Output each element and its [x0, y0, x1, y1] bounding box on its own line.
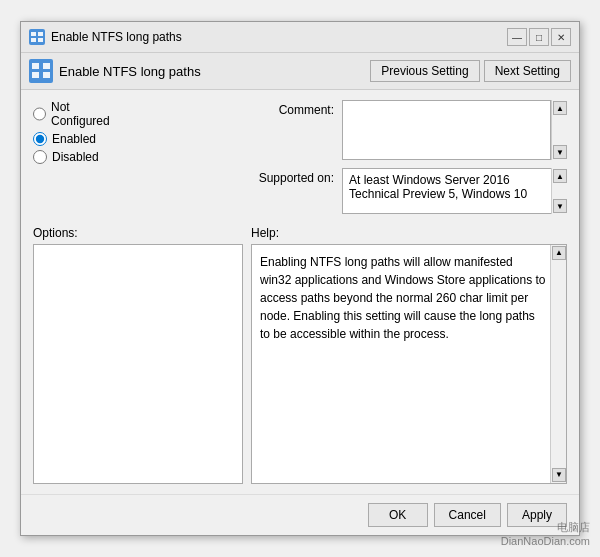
help-text: Enabling NTFS long paths will allow mani…	[260, 255, 546, 341]
disabled-radio[interactable]	[33, 150, 47, 164]
options-column: Options:	[33, 226, 243, 484]
help-scroll-up[interactable]: ▲	[552, 246, 566, 260]
supported-on-row: Supported on: At least Windows Server 20…	[252, 168, 567, 214]
supported-scrollbar: ▲ ▼	[551, 168, 567, 214]
options-box	[33, 244, 243, 484]
next-setting-button[interactable]: Next Setting	[484, 60, 571, 82]
disabled-label: Disabled	[52, 150, 99, 164]
help-box: Enabling NTFS long paths will allow mani…	[251, 244, 567, 484]
title-controls: — □ ✕	[507, 28, 571, 46]
comment-scrollbar: ▲ ▼	[551, 100, 567, 160]
header-icon	[29, 59, 53, 83]
header-bar: Enable NTFS long paths Previous Setting …	[21, 53, 579, 90]
help-header: Help:	[251, 226, 567, 240]
options-header: Options:	[33, 226, 243, 240]
enabled-label: Enabled	[52, 132, 96, 146]
header-title-row: Enable NTFS long paths	[29, 59, 201, 83]
right-panel: Comment: ▲ ▼ Supported on: At least	[252, 100, 567, 222]
help-scrollbar: ▲ ▼	[550, 245, 566, 483]
header-buttons: Previous Setting Next Setting	[370, 60, 571, 82]
svg-rect-6	[32, 72, 39, 78]
supported-on-label: Supported on:	[252, 168, 342, 185]
previous-setting-button[interactable]: Previous Setting	[370, 60, 479, 82]
enabled-radio[interactable]	[33, 132, 47, 146]
title-bar: Enable NTFS long paths — □ ✕	[21, 22, 579, 53]
enabled-option[interactable]: Enabled	[33, 132, 122, 146]
scroll-up-arrow[interactable]: ▲	[553, 101, 567, 115]
radio-group: Not Configured Enabled Disabled	[33, 100, 122, 214]
svg-rect-1	[38, 32, 43, 36]
supported-on-box: At least Windows Server 2016 Technical P…	[342, 168, 567, 214]
svg-rect-2	[31, 38, 36, 42]
main-window: Enable NTFS long paths — □ ✕ Enable NTFS…	[20, 21, 580, 536]
close-button[interactable]: ✕	[551, 28, 571, 46]
header-title: Enable NTFS long paths	[59, 64, 201, 79]
watermark-line2: DianNaoDian.com	[501, 535, 590, 547]
not-configured-radio[interactable]	[33, 107, 46, 121]
ok-button[interactable]: OK	[368, 503, 428, 527]
apply-button[interactable]: Apply	[507, 503, 567, 527]
supported-scroll-up[interactable]: ▲	[553, 169, 567, 183]
disabled-option[interactable]: Disabled	[33, 150, 122, 164]
window-title: Enable NTFS long paths	[51, 30, 182, 44]
two-col-section: Options: Help: Enabling NTFS long paths …	[33, 226, 567, 484]
scroll-down-arrow[interactable]: ▼	[553, 145, 567, 159]
supported-on-text: At least Windows Server 2016 Technical P…	[349, 173, 527, 201]
content-area: Not Configured Enabled Disabled Comment:	[21, 90, 579, 494]
svg-rect-4	[32, 63, 39, 69]
supported-on-container: At least Windows Server 2016 Technical P…	[342, 168, 567, 214]
bottom-bar: OK Cancel Apply	[21, 494, 579, 535]
help-column: Help: Enabling NTFS long paths will allo…	[251, 226, 567, 484]
maximize-button[interactable]: □	[529, 28, 549, 46]
cancel-button[interactable]: Cancel	[434, 503, 501, 527]
title-bar-left: Enable NTFS long paths	[29, 29, 182, 45]
not-configured-option[interactable]: Not Configured	[33, 100, 122, 128]
help-scroll-down[interactable]: ▼	[552, 468, 566, 482]
svg-rect-5	[43, 63, 50, 69]
comment-label: Comment:	[252, 100, 342, 117]
comment-textarea[interactable]	[342, 100, 551, 160]
comment-row: Comment: ▲ ▼	[252, 100, 567, 160]
svg-rect-0	[31, 32, 36, 36]
svg-rect-3	[38, 38, 43, 42]
minimize-button[interactable]: —	[507, 28, 527, 46]
window-icon	[29, 29, 45, 45]
svg-rect-7	[43, 72, 50, 78]
comment-container: ▲ ▼	[342, 100, 567, 160]
main-content: Not Configured Enabled Disabled Comment:	[33, 100, 567, 222]
not-configured-label: Not Configured	[51, 100, 122, 128]
supported-scroll-down[interactable]: ▼	[553, 199, 567, 213]
